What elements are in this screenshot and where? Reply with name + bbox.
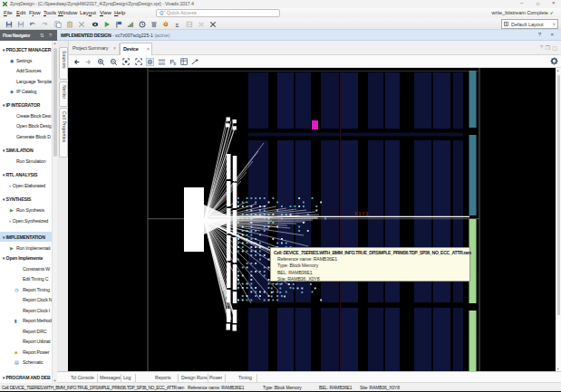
svg-text:X1Y1: X1Y1 <box>354 211 369 216</box>
svg-text:b: b <box>174 61 177 65</box>
svg-text:Σ: Σ <box>175 21 179 27</box>
